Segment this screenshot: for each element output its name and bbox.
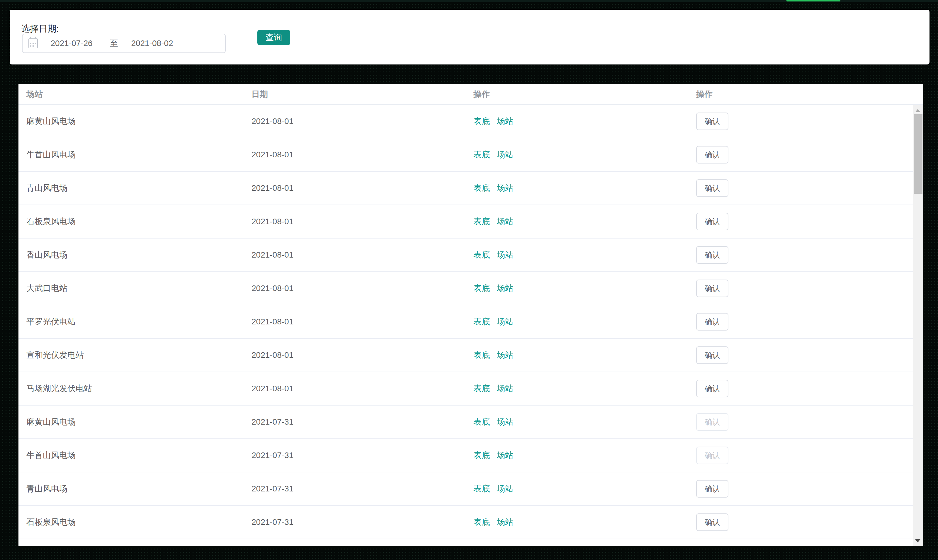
date-cell: 2021-08-01 <box>251 384 473 393</box>
station-cell: 牛首山风电场 <box>26 149 251 160</box>
station-cell: 青山风电场 <box>26 183 251 194</box>
link-changzhan[interactable]: 场站 <box>497 216 513 227</box>
station-cell: 宣和光伏发电站 <box>26 349 251 361</box>
operation-links-cell: 表底 场站 <box>473 249 696 260</box>
confirm-button[interactable]: 确认 <box>696 514 729 531</box>
table-row: 青山风电场 2021-07-31 表底 场站 确认 <box>18 472 913 506</box>
link-changzhan[interactable]: 场站 <box>497 283 513 294</box>
confirm-button[interactable]: 确认 <box>696 313 729 331</box>
confirm-button[interactable]: 确认 <box>696 213 729 230</box>
link-changzhan[interactable]: 场站 <box>497 383 513 394</box>
date-cell: 2021-08-01 <box>251 217 473 226</box>
link-biaodi[interactable]: 表底 <box>473 149 490 160</box>
link-changzhan[interactable]: 场站 <box>497 116 513 127</box>
browser-top-strip <box>0 0 938 2</box>
link-biaodi[interactable]: 表底 <box>473 483 490 494</box>
date-cell: 2021-08-01 <box>251 284 473 293</box>
scroll-up-arrow-icon[interactable] <box>915 109 920 112</box>
date-cell: 2021-08-01 <box>251 351 473 360</box>
table-row: 马场湖光发伏电站 2021-08-01 表底 场站 确认 <box>18 372 913 406</box>
operation-confirm-cell: 确认 <box>696 179 913 197</box>
confirm-button[interactable]: 确认 <box>696 413 729 431</box>
link-biaodi[interactable]: 表底 <box>473 349 490 361</box>
link-changzhan[interactable]: 场站 <box>497 416 513 428</box>
link-biaodi[interactable]: 表底 <box>473 116 490 127</box>
date-cell: 2021-08-01 <box>251 117 473 126</box>
table-row: 青山风电场 2021-08-01 表底 场站 确认 <box>18 172 913 205</box>
table-row: 牛首山风电场 2021-07-31 表底 场站 确认 <box>18 439 913 472</box>
confirm-button[interactable]: 确认 <box>696 446 729 464</box>
confirm-button[interactable]: 确认 <box>696 179 729 197</box>
link-biaodi[interactable]: 表底 <box>473 249 490 260</box>
calendar-icon <box>28 38 38 48</box>
link-changzhan[interactable]: 场站 <box>497 249 513 260</box>
scroll-down-arrow-icon[interactable] <box>915 539 920 542</box>
link-biaodi[interactable]: 表底 <box>473 183 490 194</box>
link-changzhan[interactable]: 场站 <box>497 517 513 528</box>
link-changzhan[interactable]: 场站 <box>497 483 513 494</box>
scrollbar-thumb[interactable] <box>914 114 923 194</box>
operation-links-cell: 表底 场站 <box>473 283 696 294</box>
operation-links-cell: 表底 场站 <box>473 349 696 361</box>
link-changzhan[interactable]: 场站 <box>497 149 513 160</box>
link-biaodi[interactable]: 表底 <box>473 383 490 394</box>
query-button[interactable]: 查询 <box>257 30 290 45</box>
confirm-button[interactable]: 确认 <box>696 246 729 264</box>
station-cell: 青山风电场 <box>26 483 251 494</box>
station-cell: 香山风电场 <box>26 249 251 260</box>
header-operation-links: 操作 <box>473 89 696 100</box>
date-cell: 2021-08-01 <box>251 183 473 193</box>
link-biaodi[interactable]: 表底 <box>473 517 490 528</box>
operation-confirm-cell: 确认 <box>696 346 913 364</box>
link-changzhan[interactable]: 场站 <box>497 316 513 327</box>
confirm-button[interactable]: 确认 <box>696 346 729 364</box>
station-cell: 石板泉风电场 <box>26 216 251 227</box>
station-cell: 麻黄山风电场 <box>26 416 251 428</box>
station-cell: 平罗光伏电站 <box>26 316 251 327</box>
page-background: 选择日期: 2021-07-26 至 2021-08-02 查询 场站 日期 操… <box>0 0 938 560</box>
stations-table: 场站 日期 操作 操作 麻黄山风电场 2021-08-01 表底 场站 确认 牛… <box>18 84 923 546</box>
operation-links-cell: 表底 场站 <box>473 450 696 461</box>
date-cell: 2021-07-31 <box>251 517 473 527</box>
link-changzhan[interactable]: 场站 <box>497 349 513 361</box>
end-date-value[interactable]: 2021-08-02 <box>123 39 182 48</box>
table-header-row: 场站 日期 操作 操作 <box>18 84 923 105</box>
header-date: 日期 <box>251 89 473 100</box>
confirm-button[interactable]: 确认 <box>696 280 729 297</box>
operation-links-cell: 表底 场站 <box>473 316 696 327</box>
link-biaodi[interactable]: 表底 <box>473 216 490 227</box>
date-cell: 2021-07-31 <box>251 484 473 494</box>
link-changzhan[interactable]: 场站 <box>497 183 513 194</box>
station-cell: 麻黄山风电场 <box>26 116 251 127</box>
operation-confirm-cell: 确认 <box>696 380 913 397</box>
operation-confirm-cell: 确认 <box>696 480 913 498</box>
link-changzhan[interactable]: 场站 <box>497 450 513 461</box>
confirm-button[interactable]: 确认 <box>696 146 729 163</box>
operation-confirm-cell: 确认 <box>696 514 913 531</box>
table-row: 石板泉风电场 2021-07-31 表底 场站 确认 <box>18 506 913 539</box>
table-body: 麻黄山风电场 2021-08-01 表底 场站 确认 牛首山风电场 2021-0… <box>18 105 913 539</box>
date-cell: 2021-08-01 <box>251 317 473 326</box>
confirm-button[interactable]: 确认 <box>696 480 729 498</box>
operation-links-cell: 表底 场站 <box>473 149 696 160</box>
link-biaodi[interactable]: 表底 <box>473 283 490 294</box>
date-cell: 2021-08-01 <box>251 150 473 159</box>
date-range-input[interactable]: 2021-07-26 至 2021-08-02 <box>22 34 226 53</box>
table-row: 平罗光伏电站 2021-08-01 表底 场站 确认 <box>18 305 913 339</box>
date-cell: 2021-07-31 <box>251 417 473 427</box>
operation-confirm-cell: 确认 <box>696 246 913 264</box>
link-biaodi[interactable]: 表底 <box>473 450 490 461</box>
station-cell: 牛首山风电场 <box>26 450 251 461</box>
link-biaodi[interactable]: 表底 <box>473 316 490 327</box>
confirm-button[interactable]: 确认 <box>696 112 729 130</box>
date-cell: 2021-08-01 <box>251 250 473 260</box>
link-biaodi[interactable]: 表底 <box>473 416 490 428</box>
table-row: 牛首山风电场 2021-08-01 表底 场站 确认 <box>18 138 913 172</box>
date-filter-label: 选择日期: <box>21 24 59 34</box>
confirm-button[interactable]: 确认 <box>696 380 729 397</box>
start-date-value[interactable]: 2021-07-26 <box>38 39 105 48</box>
date-range-separator: 至 <box>105 38 123 49</box>
operation-links-cell: 表底 场站 <box>473 183 696 194</box>
operation-links-cell: 表底 场站 <box>473 116 696 127</box>
station-cell: 大武口电站 <box>26 283 251 294</box>
